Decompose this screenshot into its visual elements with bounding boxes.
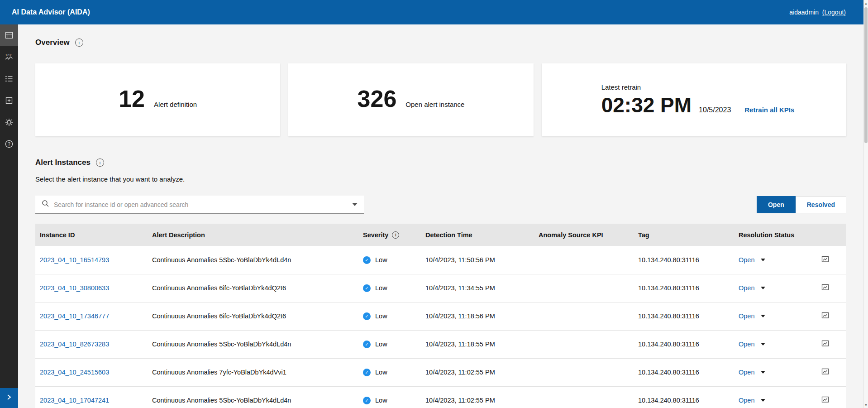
table-row: 2023_04_10_30800633Continuous Anomalies …: [35, 274, 846, 302]
sidebar-item-alert-list[interactable]: [0, 68, 18, 90]
instance-id-link[interactable]: 2023_04_10_17346777: [40, 312, 109, 320]
retrain-all-kpis-link[interactable]: Retrain all KPIs: [744, 106, 794, 114]
alert-toolbar: Open Resolved: [35, 196, 846, 214]
chevron-down-icon: [761, 315, 765, 317]
row-action-cell: [804, 302, 846, 330]
settings-gear-icon: [5, 118, 14, 127]
latest-retrain-card: Latest retrain 02:32 PM 10/5/2023 Retrai…: [542, 63, 846, 136]
app-root: AI Data Advisor (AIDA) aidaadmin (Logout…: [0, 0, 868, 408]
view-chart-icon[interactable]: [821, 339, 830, 349]
sidebar-item-kpi[interactable]: 123:: [0, 46, 18, 68]
chevron-down-icon[interactable]: [352, 203, 358, 206]
row-action-cell: [804, 386, 846, 408]
view-chart-icon[interactable]: [821, 283, 830, 293]
alert-description-cell: Continuous Anomalies 5Sbc-YoBlaDbYk4dLd4…: [145, 330, 356, 358]
severity-label: Low: [375, 397, 387, 404]
sidebar-item-help[interactable]: ?: [0, 133, 18, 155]
latest-retrain-date: 10/5/2023: [699, 106, 731, 114]
anomaly-source-kpi-cell: [531, 358, 631, 386]
detection-time-cell: 10/4/2023, 11:02:55 PM: [418, 386, 531, 408]
view-chart-icon[interactable]: [821, 311, 830, 321]
scrollbar-thumb[interactable]: [864, 7, 868, 143]
detection-time-cell: 10/4/2023, 11:18:55 PM: [418, 330, 531, 358]
filter-resolved-button[interactable]: Resolved: [796, 196, 846, 213]
view-chart-icon[interactable]: [821, 367, 830, 377]
instance-id-link[interactable]: 2023_04_10_16514793: [40, 256, 109, 264]
table-row: 2023_04_10_17047241Continuous Anomalies …: [35, 386, 846, 408]
alert-definition-label: Alert definition: [154, 101, 197, 108]
search-box[interactable]: [35, 196, 364, 214]
tag-cell: 10.134.240.80:31116: [631, 246, 731, 274]
severity-label: Low: [375, 312, 387, 320]
svg-text:123:: 123:: [5, 53, 12, 57]
col-header-tag: Tag: [631, 224, 731, 246]
svg-text:?: ?: [8, 142, 10, 147]
resolution-status-dropdown[interactable]: Open: [739, 256, 765, 264]
instance-id-link[interactable]: 2023_04_10_17047241: [40, 397, 109, 404]
scrollbar-up-arrow[interactable]: ▲: [864, 0, 868, 6]
kpi-123-icon: 123:: [5, 53, 14, 62]
row-action-cell: [804, 330, 846, 358]
open-alert-count: 326: [358, 87, 397, 110]
resolution-status-dropdown[interactable]: Open: [739, 341, 765, 348]
table-row: 2023_04_10_17346777Continuous Anomalies …: [35, 302, 846, 330]
scrollbar-down-arrow[interactable]: ▼: [864, 402, 868, 408]
detection-time-cell: 10/4/2023, 11:50:56 PM: [418, 246, 531, 274]
anomaly-source-kpi-cell: [531, 274, 631, 302]
instance-id-link[interactable]: 2023_04_10_82673283: [40, 341, 109, 348]
alert-description-cell: Continuous Anomalies 7yfc-YoBlaDbYk4dVvi…: [145, 358, 356, 386]
table-row: 2023_04_10_82673283Continuous Anomalies …: [35, 330, 846, 358]
latest-retrain-title: Latest retrain: [601, 83, 846, 91]
table-row: 2023_04_10_16514793Continuous Anomalies …: [35, 246, 846, 274]
instance-id-link[interactable]: 2023_04_10_30800633: [40, 284, 109, 292]
sidebar-item-settings[interactable]: [0, 111, 18, 133]
sidebar-expand-button[interactable]: [0, 388, 18, 408]
alert-description-cell: Continuous Anomalies 6ifc-YoBlaDbYk4dQ2t…: [145, 302, 356, 330]
status-filter-group: Open Resolved: [757, 196, 846, 213]
tag-cell: 10.134.240.80:31116: [631, 330, 731, 358]
overview-info-icon[interactable]: [75, 38, 83, 47]
logout-link[interactable]: (Logout): [822, 9, 846, 16]
vertical-scrollbar[interactable]: ▲ ▼: [863, 0, 868, 408]
anomaly-source-kpi-cell: [531, 330, 631, 358]
col-header-anomaly-source-kpi: Anomaly Source KPI: [531, 224, 631, 246]
col-header-detection-time: Detection Time: [418, 224, 531, 246]
alert-instances-info-icon[interactable]: [96, 158, 104, 167]
open-alert-label: Open alert instance: [405, 101, 464, 108]
col-header-alert-description: Alert Description: [145, 224, 356, 246]
resolution-status-dropdown[interactable]: Open: [739, 397, 765, 404]
sidebar: 123: ?: [0, 24, 18, 408]
alert-table-body: 2023_04_10_16514793Continuous Anomalies …: [35, 246, 846, 408]
severity-label: Low: [375, 284, 387, 292]
table-row: 2023_04_10_24515603Continuous Anomalies …: [35, 358, 846, 386]
alert-description-cell: Continuous Anomalies 6ifc-YoBlaDbYk4dQ2t…: [145, 274, 356, 302]
instance-id-link[interactable]: 2023_04_10_24515603: [40, 369, 109, 376]
resolution-status-dropdown[interactable]: Open: [739, 369, 765, 376]
resolution-status-cell: Open: [731, 358, 804, 386]
severity-low-icon: [363, 312, 371, 320]
app-title: AI Data Advisor (AIDA): [12, 8, 90, 16]
resolution-status-value: Open: [739, 312, 754, 320]
help-icon: ?: [5, 139, 14, 149]
resolution-status-dropdown[interactable]: Open: [739, 284, 765, 292]
chevron-down-icon: [761, 259, 765, 261]
view-chart-icon[interactable]: [821, 255, 830, 265]
col-header-resolution-status: Resolution Status: [731, 224, 804, 246]
alert-instances-heading: Alert Instances: [35, 158, 846, 167]
main-content: Overview 12 Alert definition 326 Open al…: [18, 24, 863, 408]
severity-info-icon[interactable]: [392, 231, 399, 239]
resolution-status-dropdown[interactable]: Open: [739, 312, 765, 320]
row-action-cell: [804, 246, 846, 274]
col-header-severity: Severity: [356, 224, 418, 246]
username-label: aidaadmin: [789, 9, 819, 16]
filter-open-button[interactable]: Open: [757, 196, 796, 213]
severity-low-icon: [363, 369, 371, 376]
sidebar-item-dashboard[interactable]: [0, 24, 18, 46]
alert-definition-card: 12 Alert definition: [35, 63, 280, 136]
search-input[interactable]: [54, 201, 348, 208]
sidebar-item-add-widget[interactable]: [0, 90, 18, 111]
view-chart-icon[interactable]: [821, 395, 830, 405]
alert-description-cell: Continuous Anomalies 5Sbc-YoBlaDbYk4dLd4…: [145, 386, 356, 408]
resolution-status-value: Open: [739, 369, 754, 376]
search-icon: [42, 200, 49, 209]
